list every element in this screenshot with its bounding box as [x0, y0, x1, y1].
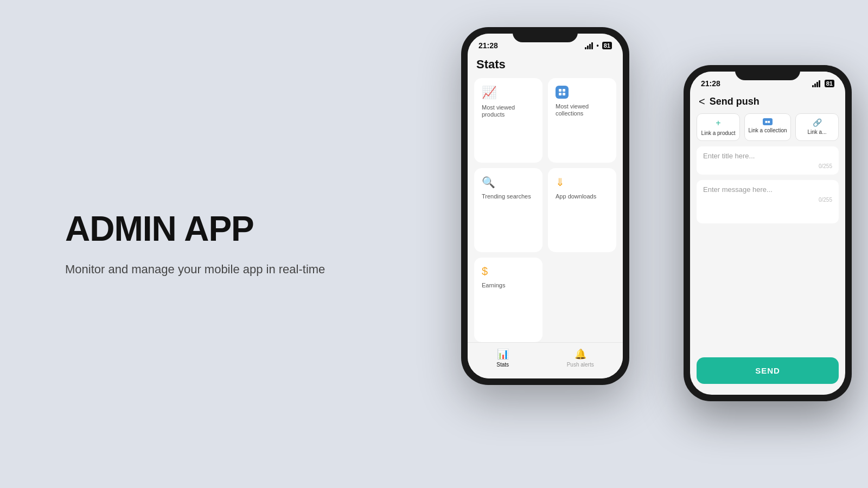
link-other-label: Link a... — [807, 129, 826, 135]
link-other-button[interactable]: 🔗 Link a... — [795, 113, 839, 141]
status-icons-front: 81 — [812, 80, 834, 87]
collection-link-icon: ■■ — [763, 118, 773, 125]
bell-icon: 🔔 — [575, 348, 586, 360]
push-header: < Send push — [690, 91, 845, 113]
nav-label-stats: Stats — [496, 362, 509, 368]
send-label: SEND — [755, 366, 780, 375]
page-subtitle: Monitor and manage your mobile app in re… — [65, 261, 336, 278]
wifi-icon: • — [597, 42, 599, 49]
phone-front-notch — [735, 65, 800, 80]
stats-header: Stats — [468, 53, 623, 78]
phone-back-screen: 21:28 • 81 Stats — [468, 34, 623, 378]
link-product-button[interactable]: + Link a product — [697, 113, 740, 141]
nav-label-push: Push alerts — [567, 362, 594, 368]
title-placeholder: Enter title here... — [703, 152, 832, 160]
link-collection-button[interactable]: ■■ Link a collection — [744, 113, 791, 141]
message-placeholder: Enter message here... — [703, 185, 832, 194]
bottom-nav-back: 📊 Stats 🔔 Push alerts — [468, 342, 623, 378]
page-title: ADMIN APP — [65, 210, 434, 248]
nav-item-stats[interactable]: 📊 Stats — [496, 348, 509, 368]
message-input-area[interactable]: Enter message here... 0/255 — [697, 180, 839, 223]
card-label-downloads: App downloads — [556, 193, 609, 200]
grid-spacer — [548, 258, 616, 342]
card-app-downloads[interactable]: ⇓ App downloads — [548, 168, 616, 253]
card-label-collections: Most viewed collections — [556, 103, 609, 117]
title-char-count: 0/255 — [703, 163, 832, 169]
card-most-viewed-products[interactable]: 📈 Most viewed products — [474, 78, 542, 163]
download-icon: ⇓ — [556, 176, 609, 189]
battery-front: 81 — [825, 80, 834, 87]
svg-rect-3 — [563, 93, 565, 95]
search-icon: 🔍 — [482, 176, 535, 189]
back-button[interactable]: < — [699, 95, 705, 108]
link-product-label: Link a product — [701, 130, 736, 136]
link-collection-label: Link a collection — [748, 127, 787, 133]
time-front: 21:28 — [701, 79, 720, 88]
earnings-icon: $ — [482, 265, 535, 278]
card-label-trending: Trending searches — [482, 193, 535, 200]
plus-icon: + — [716, 118, 720, 128]
push-screen-title: Send push — [710, 96, 760, 107]
status-icons-back: • 81 — [585, 42, 612, 49]
stats-grid: 📈 Most viewed products Most viewed colle… — [468, 78, 623, 342]
push-content: + Link a product ■■ Link a collection 🔗 … — [690, 113, 845, 395]
chain-icon: 🔗 — [813, 118, 822, 127]
phones-illustration: 21:28 • 81 Stats — [434, 0, 868, 488]
stats-nav-icon: 📊 — [497, 348, 509, 360]
card-label-products: Most viewed products — [482, 104, 535, 118]
phone-back-notch — [513, 27, 578, 42]
svg-rect-2 — [559, 93, 561, 95]
time-back: 21:28 — [478, 41, 498, 50]
push-spacer — [690, 229, 845, 357]
link-buttons-row: + Link a product ■■ Link a collection 🔗 … — [690, 113, 845, 146]
title-input-area[interactable]: Enter title here... 0/255 — [697, 146, 839, 175]
chart-icon: 📈 — [482, 86, 535, 100]
stats-title: Stats — [476, 57, 506, 71]
nav-item-push-alerts[interactable]: 🔔 Push alerts — [567, 348, 594, 368]
phone-front: 21:28 81 < Send push — [684, 65, 852, 401]
phone-front-screen: 21:28 81 < Send push — [690, 72, 845, 395]
phone-back: 21:28 • 81 Stats — [461, 27, 629, 385]
battery-back: 81 — [602, 42, 612, 49]
card-label-earnings: Earnings — [482, 282, 535, 289]
message-char-count: 0/255 — [703, 197, 832, 203]
svg-rect-0 — [559, 89, 561, 92]
svg-rect-1 — [563, 89, 565, 92]
card-most-viewed-collections[interactable]: Most viewed collections — [548, 78, 616, 163]
send-button[interactable]: SEND — [697, 357, 839, 384]
signal-icon-front — [812, 80, 820, 87]
signal-icon — [585, 42, 593, 49]
card-earnings[interactable]: $ Earnings — [474, 258, 542, 342]
collection-icon — [556, 86, 569, 99]
card-trending-searches[interactable]: 🔍 Trending searches — [474, 168, 542, 253]
